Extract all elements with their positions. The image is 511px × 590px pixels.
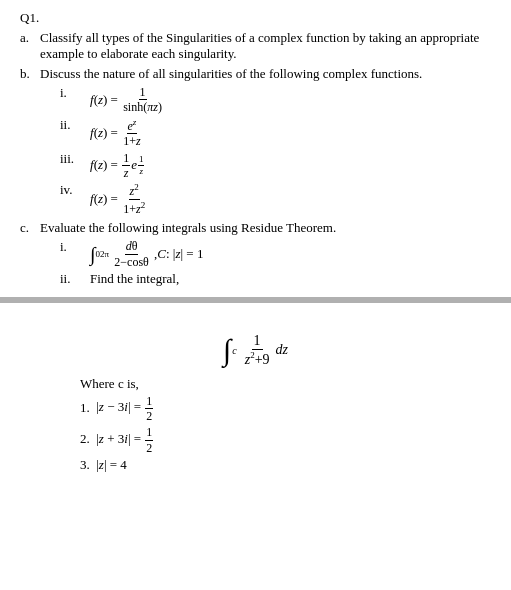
list-item: iv. f(z) = z2 1+z2 xyxy=(60,182,491,216)
list-item: iii. f(z) = 1 z e1z xyxy=(60,151,491,181)
list-item: i. f(z) = 1 sinh(πz) xyxy=(60,85,491,115)
section-c-letter: c. xyxy=(20,220,40,236)
list-item: ii. Find the integral, xyxy=(60,271,491,287)
where-item-3: 3. |z| = 4 xyxy=(80,457,491,473)
where-item-num: 3. xyxy=(80,457,93,472)
find-integral-text: Find the integral, xyxy=(90,271,179,287)
section-b: b. Discuss the nature of all singulariti… xyxy=(20,66,491,216)
where-item-num: 1. xyxy=(80,399,93,414)
item-label: ii. xyxy=(60,117,90,133)
where-item-text: |z + 3i| = 1 2 xyxy=(96,431,154,446)
item-label: iv. xyxy=(60,182,90,198)
where-label: Where c is, xyxy=(80,376,491,392)
section-c: c. Evaluate the following integrals usin… xyxy=(20,220,491,287)
where-item-1: 1. |z − 3i| = 1 2 xyxy=(80,394,491,424)
list-item: ii. f(z) = ez 1+z xyxy=(60,117,491,149)
item-content: f(z) = 1 sinh(πz) xyxy=(90,85,164,115)
where-section: Where c is, 1. |z − 3i| = 1 2 2. |z + 3i… xyxy=(80,376,491,474)
list-item: i. ∫02π dθ 2−cosθ , C: |z| = 1 xyxy=(60,239,491,269)
section-b-items: i. f(z) = 1 sinh(πz) ii. f(z) = ez 1+z xyxy=(60,85,491,216)
section-a: a. Classify all types of the Singulariti… xyxy=(20,30,491,62)
item-content: ∫02π dθ 2−cosθ , C: |z| = 1 xyxy=(90,239,203,269)
section-c-text: Evaluate the following integrals using R… xyxy=(40,220,491,236)
section-a-text: Classify all types of the Singularities … xyxy=(40,30,491,62)
item-content: f(z) = 1 z e1z xyxy=(90,151,145,181)
item-label: iii. xyxy=(60,151,90,167)
integral-display: ∫ c 1 z2+9 dz xyxy=(20,333,491,368)
where-item-2: 2. |z + 3i| = 1 2 xyxy=(80,425,491,455)
page: Q1. a. Classify all types of the Singula… xyxy=(0,0,511,590)
section-b-text: Discuss the nature of all singularities … xyxy=(40,66,491,82)
divider xyxy=(0,297,511,303)
lower-section: ∫ c 1 z2+9 dz Where c is, 1. |z − 3i| = … xyxy=(20,333,491,473)
item-label: i. xyxy=(60,85,90,101)
item-label: ii. xyxy=(60,271,90,287)
question-label: Q1. xyxy=(20,10,491,26)
section-c-items: i. ∫02π dθ 2−cosθ , C: |z| = 1 ii. Find … xyxy=(60,239,491,287)
where-item-num: 2. xyxy=(80,431,93,446)
item-label: i. xyxy=(60,239,90,255)
item-content: f(z) = ez 1+z xyxy=(90,117,143,149)
where-item-text: |z| = 4 xyxy=(96,457,127,472)
where-item-text: |z − 3i| = 1 2 xyxy=(96,399,154,414)
section-a-letter: a. xyxy=(20,30,40,46)
item-content: f(z) = z2 1+z2 xyxy=(90,182,147,216)
section-b-letter: b. xyxy=(20,66,40,82)
